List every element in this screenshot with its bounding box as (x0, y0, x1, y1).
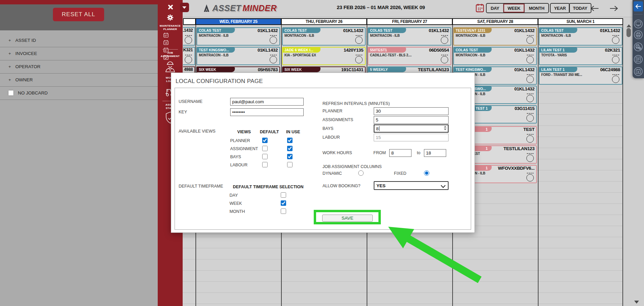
assignment-default-checkbox[interactable] (262, 146, 268, 151)
planner-inuse-checkbox[interactable] (287, 138, 293, 143)
work-hours-from-field[interactable] (389, 149, 411, 157)
job-card[interactable]: JADE 6 WEEK I...1420Y135KIA - SPORTAGE E… (282, 47, 366, 65)
print-button[interactable] (634, 30, 643, 39)
job-card-partial[interactable]: 2K321---- (183, 47, 195, 65)
screen-view-button[interactable] (634, 20, 643, 28)
expand-plus-icon[interactable]: + (8, 51, 11, 56)
divider (634, 14, 643, 15)
bays-refresh-field[interactable]: 8 (374, 124, 449, 133)
job-card[interactable]: COLAS TEST01KL1432MONTRACON - ILB---- (368, 27, 451, 46)
job-card[interactable]: TESTEVENT 123101KL1432MONTRACON - ILB---… (453, 27, 537, 46)
labour-default-checkbox[interactable] (262, 162, 268, 167)
year-view-button[interactable]: YEAR (550, 3, 570, 13)
job-card[interactable]: COLAS TEST01KL1432MONTRACON - ILB---- (282, 27, 366, 46)
scroll-up-arrow[interactable] (626, 24, 631, 27)
job-card-partial[interactable]: L1432---- (183, 27, 195, 46)
prev-week-arrow-icon[interactable] (589, 5, 599, 12)
clear-schedule-button[interactable] (634, 67, 643, 76)
from-label: FROM (373, 150, 386, 155)
status-circle[interactable] (441, 36, 448, 44)
job-card-tag: COLAS TEST (197, 28, 235, 33)
bays-default-checkbox[interactable] (262, 154, 268, 159)
job-card[interactable]: LILAN TEST 106C24988FORD - TRANSIT 350 M… (539, 66, 622, 85)
scroll-down-arrow[interactable] (634, 301, 639, 304)
status-circle[interactable] (612, 36, 619, 44)
job-card[interactable]: LILAN TEST 102K321TOYOTA - YARIS---- (539, 47, 622, 65)
sidebar-top-bar (0, 0, 158, 4)
status-circle[interactable] (526, 95, 534, 102)
next-week-arrow-icon[interactable] (609, 5, 619, 12)
filter-row-invoicee[interactable]: +INVOICEE (0, 47, 158, 60)
expand-plus-icon[interactable]: + (8, 38, 11, 43)
status-circle[interactable] (185, 56, 192, 63)
number-stepper[interactable] (444, 126, 447, 130)
expand-plus-icon[interactable]: + (8, 77, 11, 82)
calendar-day-icon: 15 (163, 40, 169, 45)
print-settings-button[interactable] (634, 43, 643, 51)
status-circle[interactable] (185, 36, 192, 44)
job-card-tag: SIX WEEK (283, 67, 320, 72)
filter-row-no-jobcard: NO JOBCARD (0, 86, 158, 100)
status-circle[interactable] (526, 114, 534, 122)
status-circle[interactable] (270, 36, 277, 44)
status-circle[interactable] (612, 56, 619, 63)
filter-row-asset-id[interactable]: +ASSET ID (0, 34, 158, 47)
status-circle[interactable] (355, 56, 363, 63)
job-card[interactable]: 550TEST106D50554CADILLAC-TEST - BLS 2...… (368, 47, 451, 65)
status-circle[interactable] (526, 36, 534, 44)
today-button[interactable]: TODAY (569, 3, 591, 13)
planner-refresh-field[interactable] (374, 107, 449, 115)
gear-icon[interactable] (166, 13, 174, 22)
assignment-inuse-checkbox[interactable] (287, 146, 293, 151)
day-header-fri[interactable]: FRI, FEBRUARY 27 (367, 18, 453, 25)
status-circle[interactable] (270, 56, 277, 63)
nav-job-assignment[interactable]: JOBASSIGNMENT (158, 51, 183, 58)
week-timeframe-checkbox[interactable] (281, 200, 286, 206)
labour-refresh-label: LABOUR (323, 135, 340, 140)
logo-mountain-icon (202, 4, 211, 12)
day-header-sun[interactable]: SUN, MARCH 1 (538, 18, 623, 25)
report-button[interactable] (634, 55, 643, 64)
planner-default-checkbox[interactable] (262, 138, 268, 143)
close-icon[interactable] (167, 4, 173, 10)
work-hours-to-field[interactable] (424, 149, 446, 157)
day-header-sat[interactable]: SAT, FEBRUARY 28 (452, 18, 538, 25)
assignments-refresh-field[interactable] (374, 116, 449, 124)
status-circle[interactable] (526, 155, 534, 162)
filter-row-owner[interactable]: +OWNER (0, 73, 158, 87)
day-timeframe-checkbox[interactable] (281, 192, 286, 198)
day-header-wed[interactable]: WED, FEBRUARY 25 (195, 18, 281, 25)
job-card[interactable]: COLAS TEST01KL1432MONTRACON - ILB---- (453, 47, 537, 65)
bays-inuse-checkbox[interactable] (287, 154, 293, 159)
calendar-icon[interactable] (476, 4, 484, 12)
nav-maintenance-planner[interactable]: MAINTENANCEPLANNER (158, 24, 183, 31)
status-circle[interactable] (526, 56, 534, 63)
collapse-chevron-button[interactable] (180, 3, 189, 12)
fixed-radio[interactable] (424, 170, 429, 176)
username-field[interactable] (230, 98, 304, 106)
no-jobcard-checkbox[interactable] (8, 90, 14, 96)
reset-all-button[interactable]: RESET ALL (53, 8, 104, 21)
job-card[interactable]: COLAS TEST01KL1432MONTRACON - ILB---- (196, 27, 280, 46)
job-card[interactable]: TEST KINGSWO...01KL1432MONTRACON - ILB--… (196, 47, 280, 65)
allow-booking-select[interactable]: YES (374, 181, 449, 190)
key-field[interactable] (230, 108, 304, 116)
dynamic-radio[interactable] (358, 170, 364, 176)
week-view-button[interactable]: WEEK (503, 4, 524, 12)
month-timeframe-checkbox[interactable] (281, 208, 286, 214)
status-circle[interactable] (441, 56, 448, 63)
status-circle[interactable] (526, 135, 534, 143)
month-view-button[interactable]: MONTH (524, 4, 548, 12)
filter-row-operator[interactable]: +OPERATOR (0, 60, 158, 74)
day-header-thu[interactable]: THU, FEBRUARY 26 (281, 18, 367, 25)
labour-inuse-checkbox[interactable] (287, 162, 293, 167)
scrollbar-thumb[interactable] (626, 28, 631, 37)
status-circle[interactable] (355, 36, 363, 44)
status-circle[interactable] (526, 174, 534, 182)
collapse-toolbar-button[interactable] (634, 1, 643, 11)
expand-plus-icon[interactable]: + (8, 64, 11, 69)
status-circle[interactable] (526, 76, 534, 83)
status-circle[interactable] (612, 76, 619, 83)
job-card[interactable]: COLAS TEST01KL1432MONTRACON - ILB---- (539, 27, 622, 46)
day-view-button[interactable]: DAY (487, 4, 503, 12)
